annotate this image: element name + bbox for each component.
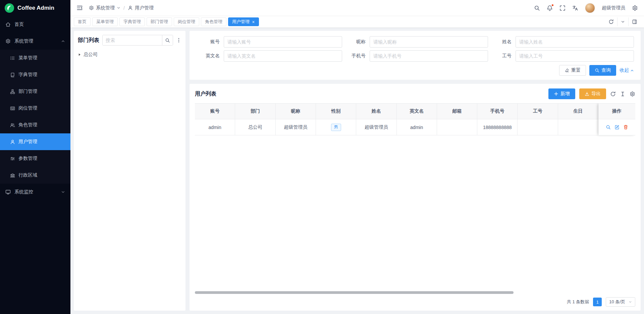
- department-search-input[interactable]: [103, 35, 162, 45]
- tree-node-label: 总公司: [84, 52, 98, 58]
- department-search-button[interactable]: [162, 35, 173, 45]
- department-tree: 总公司: [78, 51, 181, 58]
- caret-right-icon[interactable]: [78, 53, 81, 56]
- sidebar-item-post-management[interactable]: 岗位管理: [0, 100, 70, 117]
- sidebar-item-home[interactable]: 首页: [0, 16, 70, 33]
- sidebar-item-param-management[interactable]: 参数管理: [0, 150, 70, 167]
- sidebar-item-label: 菜单管理: [18, 55, 37, 61]
- tab-actions-chevron-icon[interactable]: [617, 17, 628, 26]
- table-row: admin 总公司 超级管理员 男 超级管理员 admin 1888888888…: [195, 119, 598, 135]
- monitor-icon: [5, 189, 11, 195]
- sidebar-item-menu-management[interactable]: 菜单管理: [0, 50, 70, 66]
- settings-gear-icon[interactable]: [632, 5, 638, 11]
- sidebar-item-system-monitor[interactable]: 系统监控: [0, 184, 70, 200]
- chevron-down-icon: [117, 6, 120, 10]
- tab-dept-management[interactable]: 部门管理: [147, 17, 172, 26]
- english-name-input[interactable]: [224, 50, 342, 62]
- chevron-down-icon: [61, 190, 65, 194]
- topbar-right: 超级管理员: [534, 3, 638, 13]
- translate-icon[interactable]: [572, 5, 578, 11]
- column-settings-icon[interactable]: [620, 91, 626, 97]
- username[interactable]: 超级管理员: [602, 5, 625, 11]
- sidebar-item-dept-management[interactable]: 部门管理: [0, 83, 70, 100]
- account-input[interactable]: [224, 36, 342, 48]
- download-icon: [585, 91, 589, 96]
- sidebar-item-dict-management[interactable]: 字典管理: [0, 66, 70, 83]
- breadcrumb-user-management[interactable]: 用户管理: [128, 5, 154, 11]
- department-panel-title: 部门列表: [78, 37, 99, 44]
- column-header-email: 邮箱: [437, 103, 477, 119]
- book-icon: [10, 72, 15, 77]
- user-table: 账号 部门 昵称 性别 姓名 英文名 邮箱 手机号 工号 生日: [195, 103, 635, 295]
- topbar: 系统管理 / 用户管理 超级管理员: [70, 0, 644, 16]
- scrollbar-thumb[interactable]: [195, 291, 514, 294]
- reset-button[interactable]: 重置: [559, 65, 586, 76]
- page-size-select[interactable]: 10 条/页: [606, 297, 635, 307]
- phone-input[interactable]: [370, 50, 488, 62]
- tab-user-management[interactable]: 用户管理: [228, 17, 259, 26]
- breadcrumb-system-management[interactable]: 系统管理: [89, 5, 120, 11]
- name-input[interactable]: [516, 36, 634, 48]
- chevron-up-icon: [61, 39, 65, 43]
- sidebar-item-admin-region[interactable]: 行政区域: [0, 167, 70, 184]
- sidebar-item-label: 部门管理: [18, 88, 37, 95]
- add-user-button[interactable]: 新增: [548, 88, 575, 99]
- job-number-input[interactable]: [516, 50, 634, 62]
- sidebar-item-role-management[interactable]: 角色管理: [0, 117, 70, 133]
- column-header-operations: 操作: [598, 103, 635, 119]
- page-number-button[interactable]: 1: [593, 298, 602, 306]
- tab-menu-management[interactable]: 菜单管理: [92, 17, 118, 26]
- more-options-icon[interactable]: [176, 38, 181, 43]
- cell-name: 超级管理员: [356, 119, 396, 135]
- close-icon[interactable]: [252, 20, 255, 23]
- collapse-form-link[interactable]: 收起: [620, 67, 634, 73]
- query-button[interactable]: 查询: [589, 65, 616, 76]
- sliders-icon: [10, 156, 15, 161]
- phone-label: 手机号: [342, 53, 370, 59]
- breadcrumb-separator: /: [123, 5, 125, 11]
- sidebar-item-system-management[interactable]: 系统管理: [0, 33, 70, 50]
- refresh-table-icon[interactable]: [610, 91, 616, 97]
- tab-dict-management[interactable]: 字典管理: [119, 17, 145, 26]
- table-scroll-area: 账号 部门 昵称 性别 姓名 英文名 邮箱 手机号 工号 生日: [195, 103, 598, 135]
- pagination: 共 1 条数据 1 10 条/页: [195, 297, 635, 307]
- tree-node-root[interactable]: 总公司: [78, 51, 181, 58]
- cell-english-name: admin: [397, 119, 437, 135]
- table-settings-gear-icon[interactable]: [630, 91, 635, 97]
- coffee-logo-icon: [5, 3, 14, 13]
- department-search-box: [102, 35, 173, 46]
- export-button[interactable]: 导出: [579, 88, 606, 99]
- layout-icon[interactable]: [628, 17, 641, 26]
- gender-tag: 男: [331, 124, 341, 131]
- fullscreen-icon[interactable]: [559, 5, 566, 11]
- refresh-tab-icon[interactable]: [605, 17, 617, 26]
- search-icon[interactable]: [534, 5, 540, 11]
- cell-account: admin: [195, 119, 235, 135]
- english-name-label: 英文名: [196, 53, 224, 59]
- form-item-name: 姓名: [488, 36, 634, 48]
- search-form-grid: 账号 昵称 姓名 英文名: [196, 36, 634, 62]
- table-header-row: 账号 部门 昵称 性别 姓名 英文名 邮箱 手机号 工号 生日: [195, 103, 598, 119]
- sidebar-item-label: 参数管理: [18, 155, 37, 162]
- chevron-up-icon: [630, 69, 634, 72]
- plus-icon: [554, 91, 558, 96]
- form-item-nickname: 昵称: [342, 36, 488, 48]
- collapse-sidebar-icon[interactable]: [76, 5, 83, 11]
- sidebar-item-user-management[interactable]: 用户管理: [0, 133, 70, 150]
- search-form-card: 账号 昵称 姓名 英文名: [190, 31, 641, 80]
- view-icon[interactable]: [606, 125, 611, 130]
- gear-icon: [5, 39, 11, 44]
- column-header-job-number: 工号: [518, 103, 558, 119]
- tab-home[interactable]: 首页: [74, 17, 91, 26]
- cell-birthday: [558, 119, 598, 135]
- tabbar: 首页 菜单管理 字典管理 部门管理 岗位管理 角色管理 用户管理: [70, 16, 644, 27]
- org-tree-icon: [10, 89, 15, 94]
- avatar[interactable]: [585, 3, 595, 13]
- cell-phone: 18888888888: [477, 119, 518, 135]
- tab-role-management[interactable]: 角色管理: [201, 17, 226, 26]
- delete-icon[interactable]: [623, 125, 628, 130]
- nickname-input[interactable]: [370, 36, 488, 48]
- notification-bell-icon[interactable]: [547, 5, 553, 11]
- edit-icon[interactable]: [614, 125, 620, 130]
- tab-post-management[interactable]: 岗位管理: [174, 17, 199, 26]
